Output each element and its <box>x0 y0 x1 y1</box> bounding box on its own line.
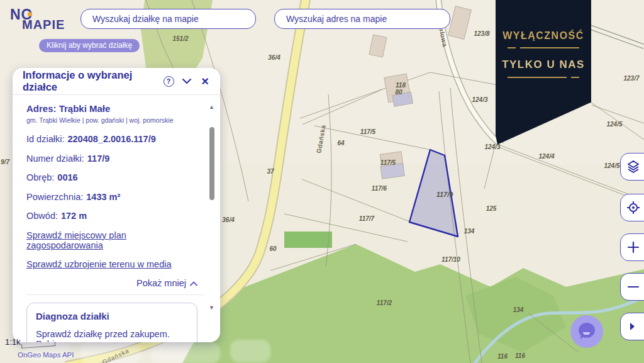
svg-text:117/5: 117/5 <box>380 159 396 166</box>
panel-divider <box>26 294 204 295</box>
search-parcel-input[interactable] <box>80 9 256 29</box>
plus-icon <box>626 240 641 255</box>
field-precinct: Obręb:0016 <box>26 172 197 182</box>
panel-header: Informacje o wybranej działce ? × <box>13 68 220 94</box>
layers-button[interactable] <box>620 153 644 181</box>
svg-text:36/4: 36/4 <box>222 216 235 223</box>
scrollbar-thumb[interactable] <box>209 127 214 200</box>
svg-text:134: 134 <box>513 306 524 313</box>
svg-text:60: 60 <box>269 245 277 252</box>
layers-icon <box>626 159 641 174</box>
svg-text:117/7: 117/7 <box>359 215 375 222</box>
scroll-down-icon[interactable]: ▼ <box>209 305 214 311</box>
help-icon[interactable]: ? <box>162 75 175 87</box>
svg-text:118: 118 <box>396 82 406 89</box>
svg-text:117/9: 117/9 <box>436 191 454 198</box>
logo-pin-dot-icon <box>28 12 32 16</box>
banner-rule-top <box>496 47 591 48</box>
diagnosis-title: Diagnoza działki <box>36 311 188 321</box>
zoom-out-button[interactable] <box>620 273 644 301</box>
svg-text:64: 64 <box>337 140 345 147</box>
parcel-address-region: gm. Trąbki Wielkie | pow. gdański | woj.… <box>26 116 197 124</box>
watermark <box>80 343 141 363</box>
svg-text:123/8: 123/8 <box>474 30 489 37</box>
field-area: Powierzchnia:1433 m² <box>26 192 197 202</box>
banner-line1: WYŁĄCZNOŚĆ <box>496 30 591 42</box>
svg-text:124/3: 124/3 <box>484 143 500 150</box>
svg-text:117/6: 117/6 <box>372 185 387 192</box>
watermark <box>151 342 220 363</box>
panel-scrollbar: ▲ ▼ <box>208 104 216 333</box>
svg-text:124/5: 124/5 <box>606 121 622 128</box>
logo-text-bottom: MAPIE <box>22 18 65 32</box>
svg-text:9/7: 9/7 <box>1 159 9 165</box>
svg-text:124/5: 124/5 <box>604 162 619 169</box>
svg-text:124/3: 124/3 <box>472 96 487 103</box>
field-perimeter: Obwód:172 m <box>26 211 197 221</box>
svg-text:134: 134 <box>464 228 475 235</box>
search-address-input[interactable] <box>274 9 450 29</box>
svg-text:123/7: 123/7 <box>623 75 639 82</box>
svg-text:125: 125 <box>486 205 497 212</box>
diagnosis-text: Sprawdź działkę przed zakupem. Pobierz <box>36 329 188 343</box>
locate-button[interactable] <box>620 194 644 221</box>
parcel-info-panel: Informacje o wybranej działce ? × Adres:… <box>13 68 220 342</box>
field-parcel-number: Numer działki:117/9 <box>26 154 197 164</box>
click-hint-badge: Kliknij aby wybrać działkę <box>39 39 140 52</box>
play-right-icon <box>626 320 638 333</box>
minus-icon <box>626 279 641 294</box>
link-zoning-plan[interactable]: Sprawdź miejscowy plan zagospodarowania <box>26 230 197 250</box>
app-root: .ml{font:italic bold 10px "Liberation Sa… <box>0 0 644 363</box>
svg-text:37: 37 <box>267 168 274 175</box>
svg-text:117/5: 117/5 <box>360 128 376 135</box>
map-scale: 1:1k <box>5 337 21 347</box>
banner-line2: TYLKO U NAS <box>496 59 591 71</box>
app-logo[interactable]: NO MAPIE <box>9 5 69 33</box>
watermark <box>230 340 270 362</box>
svg-text:36/4: 36/4 <box>268 54 280 61</box>
map-attribution: OnGeo Maps API <box>18 351 74 359</box>
diagnosis-card[interactable]: Diagnoza działki Sprawdź działkę przed z… <box>26 303 197 343</box>
locate-icon <box>626 200 641 215</box>
chat-bubble-tail <box>580 335 585 340</box>
link-utilities[interactable]: Sprawdź uzbrojenie terenu w media <box>26 259 197 269</box>
svg-text:117/2: 117/2 <box>377 299 392 306</box>
svg-text:116: 116 <box>497 353 508 360</box>
pan-right-button[interactable] <box>620 313 644 340</box>
panel-title: Informacje o wybranej działce <box>23 69 157 93</box>
svg-text:116: 116 <box>515 352 525 359</box>
close-icon[interactable]: × <box>199 75 211 87</box>
chat-button[interactable] <box>570 315 603 348</box>
scroll-up-icon[interactable]: ▲ <box>209 104 214 110</box>
svg-text:80: 80 <box>395 89 402 96</box>
svg-text:151/2: 151/2 <box>172 35 188 42</box>
zoom-in-button[interactable] <box>620 233 644 261</box>
svg-text:117/10: 117/10 <box>441 256 460 263</box>
svg-text:124/4: 124/4 <box>538 153 554 160</box>
panel-body: Adres: Trąbki Małe gm. Trąbki Wielkie | … <box>13 95 220 342</box>
banner-rule-bottom <box>496 77 591 78</box>
show-less-button[interactable]: Pokaż mniej <box>26 278 197 288</box>
chevron-down-icon[interactable] <box>180 75 193 87</box>
field-parcel-id: Id działki:220408_2.0016.117/9 <box>26 134 197 144</box>
parcel-address: Adres: Trąbki Małe <box>26 103 197 114</box>
